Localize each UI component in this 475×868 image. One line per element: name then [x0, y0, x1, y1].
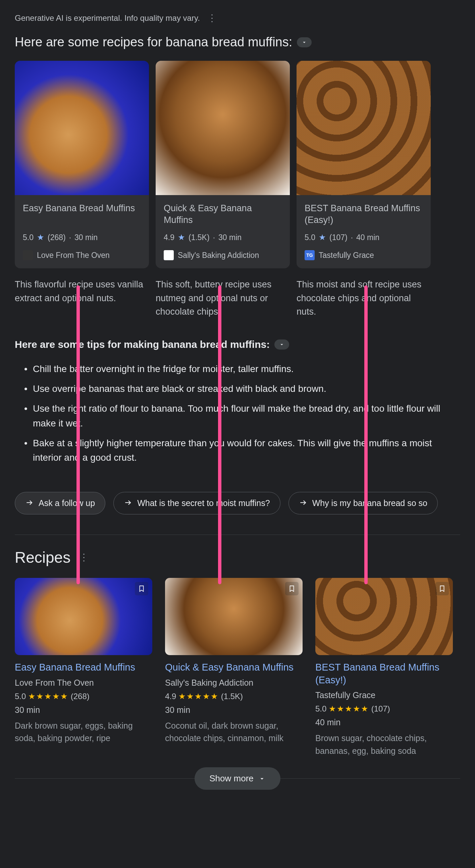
- review-count: (1.5K): [221, 692, 243, 701]
- rating-value: 5.0: [15, 692, 26, 701]
- recipe-result[interactable]: Quick & Easy Banana Muffins Sally's Baki…: [165, 578, 303, 757]
- duration: 30 min: [165, 705, 303, 715]
- rating-value: 5.0: [23, 233, 34, 242]
- ask-followup-chip[interactable]: Ask a follow up: [15, 492, 105, 515]
- recipe-source: Love From The Oven: [15, 678, 152, 688]
- recipe-image: [156, 61, 290, 195]
- rating-value: 4.9: [164, 233, 174, 242]
- duration: 40 min: [315, 718, 453, 727]
- review-count: (268): [71, 692, 90, 701]
- tips-heading: Here are some tips for making banana bre…: [15, 339, 270, 350]
- more-options-icon[interactable]: ⋮: [207, 13, 217, 23]
- bookmark-icon: [438, 585, 446, 592]
- tip-item: Chill the batter overnight in the fridge…: [24, 362, 460, 376]
- recipe-image: [15, 578, 152, 655]
- chip-label: Why is my banana bread so so: [312, 498, 428, 508]
- star-rating-icon: ★★★★★: [28, 692, 68, 701]
- duration: 30 min: [218, 233, 241, 242]
- bookmark-button[interactable]: [135, 582, 148, 595]
- ai-recipe-cards: Easy Banana Bread Muffins 5.0 ★ (268) · …: [15, 61, 460, 268]
- bookmark-button[interactable]: [285, 582, 299, 595]
- duration: 40 min: [356, 233, 379, 242]
- recipe-title: Easy Banana Bread Muffins: [23, 203, 141, 227]
- divider-line: [15, 778, 195, 779]
- source-favicon: [23, 250, 33, 260]
- section-divider: [15, 534, 460, 535]
- recipe-link-title[interactable]: Quick & Easy Banana Muffins: [165, 661, 303, 674]
- tip-item: Use the right ratio of flour to banana. …: [24, 401, 460, 431]
- collapse-toggle[interactable]: [274, 339, 289, 349]
- rating-value: 4.9: [165, 692, 176, 701]
- recipe-result[interactable]: BEST Banana Bread Muffins (Easy!) Tastef…: [315, 578, 453, 757]
- source-name: Sally's Baking Addiction: [178, 251, 259, 260]
- recipe-link-title[interactable]: BEST Banana Bread Muffins (Easy!): [315, 661, 453, 686]
- star-icon: ★: [37, 233, 44, 242]
- duration: 30 min: [74, 233, 98, 242]
- ai-recipe-card[interactable]: BEST Banana Bread Muffins (Easy!) 5.0 ★ …: [297, 61, 431, 268]
- tip-item: Use overripe bananas that are black or s…: [24, 381, 460, 396]
- recipe-source: Sally's Baking Addiction: [165, 678, 303, 688]
- collapse-toggle[interactable]: [297, 37, 312, 48]
- ai-disclaimer: Generative AI is experimental. Info qual…: [15, 13, 200, 23]
- recipe-link-title[interactable]: Easy Banana Bread Muffins: [15, 661, 152, 674]
- reply-arrow-icon: [299, 499, 308, 507]
- ai-intro-heading: Here are some recipes for banana bread m…: [15, 35, 292, 49]
- show-more-button[interactable]: Show more: [195, 767, 280, 790]
- ai-recipe-card[interactable]: Easy Banana Bread Muffins 5.0 ★ (268) · …: [15, 61, 149, 268]
- recipe-description: This moist and soft recipe uses chocolat…: [297, 278, 431, 319]
- review-count: (1.5K): [189, 233, 210, 242]
- tips-list: Chill the batter overnight in the fridge…: [15, 362, 460, 465]
- followup-chips: Ask a follow up What is the secret to mo…: [15, 492, 460, 515]
- recipe-image: [165, 578, 303, 655]
- ingredients-summary: Brown sugar, chocolate chips, bananas, e…: [315, 732, 453, 757]
- chip-label: Ask a follow up: [39, 498, 95, 508]
- recipe-source: Tastefully Grace: [315, 690, 453, 700]
- recipe-description: This flavorful recipe uses vanilla extra…: [15, 278, 149, 319]
- review-count: (107): [330, 233, 347, 242]
- recipe-result[interactable]: Easy Banana Bread Muffins Love From The …: [15, 578, 152, 757]
- star-icon: ★: [178, 233, 185, 242]
- source-favicon: [164, 250, 174, 260]
- star-rating-icon: ★★★★★: [178, 692, 219, 701]
- ai-recipe-card[interactable]: Quick & Easy Banana Muffins 4.9 ★ (1.5K)…: [156, 61, 290, 268]
- suggested-chip[interactable]: What is the secret to moist muffins?: [113, 492, 280, 515]
- tip-item: Bake at a slightly higher temperature th…: [24, 436, 460, 465]
- dot-separator: ·: [213, 233, 215, 242]
- rating-value: 5.0: [315, 704, 327, 713]
- reply-arrow-icon: [25, 499, 34, 507]
- chevron-down-icon: [258, 775, 266, 782]
- recipe-results: Easy Banana Bread Muffins Love From The …: [15, 578, 460, 757]
- chevron-down-icon: [301, 39, 307, 45]
- source-name: Love From The Oven: [37, 251, 110, 260]
- recipe-image: [315, 578, 453, 655]
- ingredients-summary: Coconut oil, dark brown sugar, chocolate…: [165, 720, 303, 745]
- review-count: (107): [371, 704, 390, 713]
- bookmark-icon: [138, 585, 145, 592]
- bookmark-button[interactable]: [435, 582, 449, 595]
- source-favicon: TG: [305, 250, 315, 260]
- rating-value: 5.0: [305, 233, 315, 242]
- bookmark-icon: [288, 585, 296, 592]
- duration: 30 min: [15, 705, 152, 715]
- dot-separator: ·: [69, 233, 71, 242]
- chip-label: What is the secret to moist muffins?: [137, 498, 270, 508]
- review-count: (268): [47, 233, 66, 242]
- recipe-title: Quick & Easy Banana Muffins: [164, 203, 282, 227]
- more-options-icon[interactable]: ⋮: [79, 553, 89, 562]
- recipe-image: [297, 61, 431, 195]
- suggested-chip[interactable]: Why is my banana bread so so: [289, 492, 438, 515]
- recipe-description: This soft, buttery recipe uses nutmeg an…: [156, 278, 290, 319]
- star-icon: ★: [319, 233, 326, 242]
- chevron-down-icon: [279, 341, 285, 347]
- dot-separator: ·: [351, 233, 353, 242]
- show-more-label: Show more: [209, 773, 253, 784]
- reply-arrow-icon: [124, 499, 133, 507]
- recipe-image: [15, 61, 149, 195]
- source-name: Tastefully Grace: [319, 251, 374, 260]
- ingredients-summary: Dark brown sugar, eggs, baking soda, bak…: [15, 720, 152, 745]
- divider-line: [280, 778, 460, 779]
- star-rating-icon: ★★★★★: [329, 704, 369, 713]
- recipes-section-heading: Recipes: [15, 548, 70, 566]
- recipe-title: BEST Banana Bread Muffins (Easy!): [305, 203, 423, 227]
